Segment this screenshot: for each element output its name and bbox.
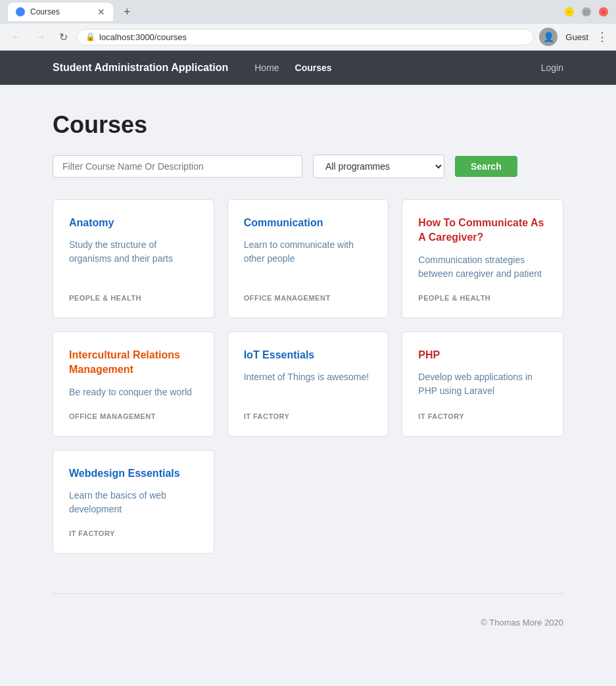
app-navbar: Student Administration Application Home … <box>0 51 616 85</box>
nav-links: Home Courses <box>254 62 540 73</box>
course-card[interactable]: Webdesign Essentials Learn the basics of… <box>53 450 214 554</box>
address-bar[interactable]: 🔒 localhost:3000/courses <box>77 29 534 45</box>
course-description: Communication strategies between caregiv… <box>418 253 547 281</box>
new-tab-button[interactable]: + <box>118 5 136 19</box>
filter-input[interactable] <box>53 155 302 178</box>
course-description: Learn to communicate with other people <box>244 238 373 280</box>
filter-row: All programmes People & Health Office Ma… <box>53 155 563 178</box>
browser-chrome: Courses ✕ + − □ ✕ ← → ↻ 🔒 localhost:3000… <box>0 0 616 51</box>
course-category: IT FACTORY <box>418 412 547 420</box>
tab-close-icon[interactable]: ✕ <box>97 7 105 17</box>
guest-label: Guest <box>565 32 588 42</box>
user-avatar-icon: 👤 <box>539 28 557 46</box>
course-description: Learn the basics of web development <box>69 489 198 516</box>
address-text: localhost:3000/courses <box>99 32 525 42</box>
course-title: IoT Essentials <box>244 348 373 362</box>
course-category: OFFICE MANAGEMENT <box>244 294 373 302</box>
courses-grid: Anatomy Study the structure of organisms… <box>53 199 563 554</box>
nav-link-home[interactable]: Home <box>254 62 279 73</box>
course-card[interactable]: How To Communicate As A Caregiver? Commu… <box>402 199 563 318</box>
course-description: Develop web applications in PHP using La… <box>418 370 547 399</box>
course-category: PEOPLE & HEALTH <box>418 294 547 302</box>
course-card[interactable]: Communication Learn to communicate with … <box>227 199 389 318</box>
reload-button[interactable]: ↻ <box>55 28 72 46</box>
course-category: OFFICE MANAGEMENT <box>69 412 198 420</box>
lock-icon: 🔒 <box>85 32 95 41</box>
nav-link-courses[interactable]: Courses <box>295 62 332 73</box>
nav-right: Login <box>541 62 563 73</box>
course-card[interactable]: Intercultural Relations Management Be re… <box>53 331 214 437</box>
app-brand: Student Administration Application <box>53 62 228 74</box>
course-description: Be ready to conquer the world <box>69 385 198 399</box>
browser-menu-right: 👤 Guest ⋮ <box>539 28 608 46</box>
main-content: Courses All programmes People & Health O… <box>0 85 616 580</box>
browser-titlebar: Courses ✕ + − □ ✕ <box>0 0 616 24</box>
forward-button[interactable]: → <box>32 28 50 45</box>
course-title: Communication <box>244 216 373 230</box>
page-title: Courses <box>53 111 563 139</box>
course-title: How To Communicate As A Caregiver? <box>418 216 547 245</box>
close-button[interactable]: ✕ <box>599 7 608 16</box>
programme-select[interactable]: All programmes People & Health Office Ma… <box>313 155 444 178</box>
course-category: IT FACTORY <box>244 412 373 420</box>
browser-titlebar-left: Courses ✕ + <box>8 3 136 21</box>
back-button[interactable]: ← <box>8 28 26 45</box>
course-title: PHP <box>418 348 547 362</box>
course-title: Anatomy <box>69 216 198 230</box>
tab-favicon <box>16 7 25 16</box>
copyright-text: © Thomas More 2020 <box>481 618 563 627</box>
course-title: Intercultural Relations Management <box>69 348 198 378</box>
minimize-button[interactable]: − <box>565 7 574 16</box>
more-menu-button[interactable]: ⋮ <box>596 30 608 44</box>
browser-tab[interactable]: Courses ✕ <box>8 3 113 21</box>
search-button[interactable]: Search <box>455 156 517 177</box>
course-card[interactable]: Anatomy Study the structure of organisms… <box>53 199 214 318</box>
footer: © Thomas More 2020 <box>0 607 616 638</box>
course-category: PEOPLE & HEALTH <box>69 294 198 302</box>
course-title: Webdesign Essentials <box>69 466 198 481</box>
course-category: IT FACTORY <box>69 529 198 537</box>
tab-title: Courses <box>30 7 60 16</box>
course-description: Study the structure of organisms and the… <box>69 238 198 280</box>
course-description: Internet of Things is awesome! <box>244 370 373 399</box>
window-controls: − □ ✕ <box>565 7 608 16</box>
login-link[interactable]: Login <box>541 62 563 73</box>
course-card[interactable]: IoT Essentials Internet of Things is awe… <box>227 331 389 437</box>
course-card[interactable]: PHP Develop web applications in PHP usin… <box>402 331 563 437</box>
browser-toolbar: ← → ↻ 🔒 localhost:3000/courses 👤 Guest ⋮ <box>0 24 616 50</box>
maximize-button[interactable]: □ <box>582 7 591 16</box>
footer-divider <box>53 593 563 594</box>
